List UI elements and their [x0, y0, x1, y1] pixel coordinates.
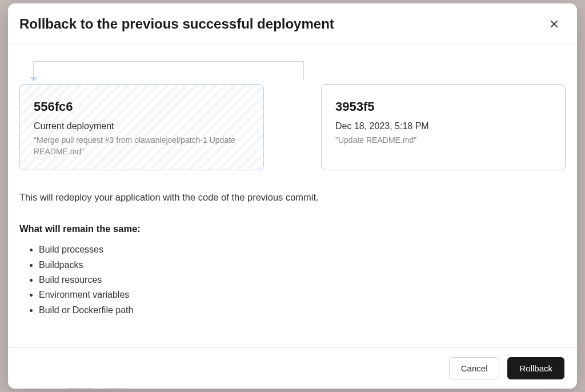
- target-hash: 3953f5: [335, 99, 551, 114]
- modal-body: 556fc6 Current deployment "Merge pull re…: [8, 45, 577, 347]
- modal-footer: Cancel Rollback: [8, 347, 577, 389]
- rollback-arrow: [29, 61, 304, 84]
- target-deployment-card: 3953f5 Dec 18, 2023, 5:18 PM "Update REA…: [321, 84, 566, 170]
- list-item: Build processes: [39, 242, 566, 257]
- current-deployment-card: 556fc6 Current deployment "Merge pull re…: [19, 84, 264, 170]
- modal-title: Rollback to the previous successful depl…: [19, 16, 334, 32]
- list-item: Build resources: [39, 273, 566, 287]
- remain-list: Build processes Buildpacks Build resourc…: [19, 242, 566, 318]
- modal-header: Rollback to the previous successful depl…: [8, 3, 577, 45]
- list-item: Environment variables: [39, 287, 566, 302]
- list-item: Build or Dockerfile path: [39, 303, 566, 318]
- target-timestamp: Dec 18, 2023, 5:18 PM: [335, 121, 551, 131]
- list-item: Buildpacks: [39, 258, 566, 273]
- current-subtitle: Current deployment: [34, 121, 250, 131]
- current-commit-message: "Merge pull request #3 from olawanlejoel…: [34, 135, 250, 157]
- remain-title: What will remain the same:: [19, 223, 566, 234]
- rollback-modal: Rollback to the previous successful depl…: [8, 3, 577, 389]
- cancel-button[interactable]: Cancel: [449, 357, 500, 379]
- rollback-button[interactable]: Rollback: [507, 357, 564, 379]
- deployment-cards: 556fc6 Current deployment "Merge pull re…: [19, 84, 566, 170]
- close-button[interactable]: [546, 16, 562, 32]
- close-icon: [550, 19, 559, 29]
- rollback-description: This will redeploy your application with…: [19, 192, 566, 203]
- arrow-down-icon: [30, 77, 37, 82]
- current-hash: 556fc6: [34, 99, 250, 114]
- target-commit-message: "Update README.md": [335, 135, 551, 146]
